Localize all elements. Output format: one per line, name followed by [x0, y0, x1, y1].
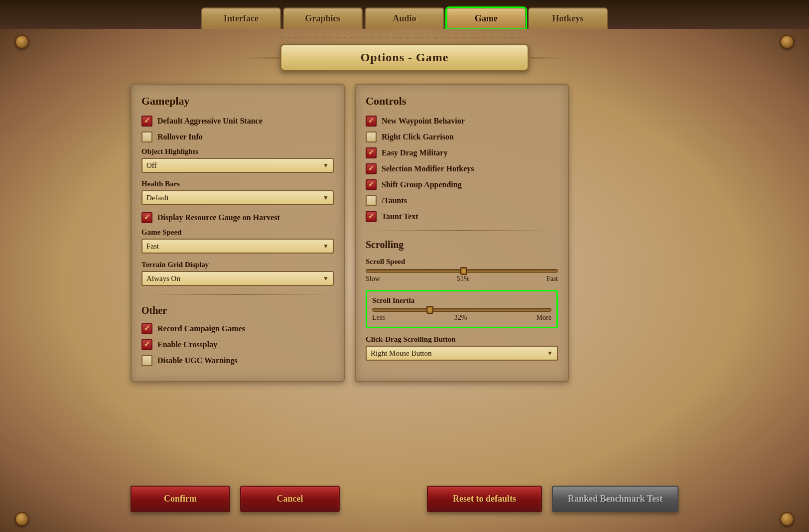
checkbox-new-waypoint-label: New Waypoint Behavior	[382, 117, 465, 126]
click-drag-value: Right Mouse Button	[371, 349, 432, 358]
confirm-button[interactable]: Confirm	[131, 486, 230, 512]
game-speed-arrow: ▼	[323, 243, 329, 250]
checkbox-rollover-info-box[interactable]	[141, 132, 152, 142]
terrain-grid-value: Always On	[146, 274, 180, 283]
checkbox-right-click-garrison-box[interactable]	[366, 132, 377, 142]
terrain-grid-arrow: ▼	[323, 275, 329, 282]
checkbox-taunt-text-label: Taunt Text	[382, 212, 418, 221]
scroll-speed-max: Fast	[546, 275, 558, 283]
game-speed-select[interactable]: Fast ▼	[141, 239, 334, 254]
tab-hotkeys[interactable]: Hotkeys	[528, 7, 608, 29]
scroll-speed-container: Scroll Speed Slow 51% Fast	[366, 258, 558, 283]
rivet-bl	[15, 512, 29, 526]
click-drag-dropdown: Click-Drag Scrolling Button Right Mouse …	[366, 335, 558, 361]
scroll-inertia-min: Less	[372, 314, 385, 322]
controls-separator	[366, 230, 558, 231]
object-highlights-select[interactable]: Off ▼	[141, 158, 334, 173]
checkbox-taunts-label: /Taunts	[382, 196, 407, 205]
rivet-tl	[15, 35, 29, 49]
scroll-speed-percent: 51%	[457, 275, 470, 283]
scroll-speed-label: Scroll Speed	[366, 258, 558, 266]
health-bars-label: Health Bars	[141, 180, 334, 188]
checkbox-selection-modifier-box[interactable]	[366, 163, 377, 174]
checkbox-new-waypoint[interactable]: New Waypoint Behavior	[366, 116, 558, 127]
health-bars-value: Default	[146, 194, 169, 202]
checkbox-disable-ugc-label: Disable UGC Warnings	[157, 356, 238, 365]
checkbox-taunts-box[interactable]	[366, 195, 377, 206]
scroll-inertia-max: More	[537, 314, 551, 322]
tab-graphics[interactable]: Graphics	[283, 7, 363, 29]
scroll-inertia-percent: 32%	[454, 314, 467, 322]
object-highlights-dropdown: Object Highlights Off ▼	[141, 147, 334, 173]
cancel-button[interactable]: Cancel	[240, 486, 340, 512]
benchmark-button: Ranked Benchmark Test	[552, 486, 678, 512]
title-banner: Options - Game	[280, 44, 529, 71]
checkbox-display-resource-box[interactable]	[141, 212, 152, 223]
bottom-buttons-right: Reset to defaults Ranked Benchmark Test	[427, 486, 678, 512]
checkbox-taunt-text-box[interactable]	[366, 211, 377, 222]
scroll-inertia-label: Scroll Inertia	[372, 296, 551, 305]
bottom-buttons-left: Confirm Cancel	[131, 486, 340, 512]
checkbox-shift-group-label: Shift Group Appending	[382, 180, 462, 189]
scroll-inertia-section: Scroll Inertia Less 32% More	[366, 290, 558, 328]
checkbox-right-click-garrison[interactable]: Right Click Garrison	[366, 132, 558, 142]
tab-game[interactable]: Game	[446, 7, 526, 29]
click-drag-arrow: ▼	[547, 350, 553, 357]
object-highlights-value: Off	[146, 161, 157, 170]
game-speed-dropdown: Game Speed Fast ▼	[141, 228, 334, 254]
panels-container: Gameplay Default Aggressive Unit Stance …	[131, 84, 678, 382]
gameplay-separator	[141, 294, 334, 295]
terrain-grid-dropdown: Terrain Grid Display Always On ▼	[141, 261, 334, 286]
checkbox-default-aggressive[interactable]: Default Aggressive Unit Stance	[141, 116, 334, 127]
checkbox-display-resource[interactable]: Display Resource Gauge on Harvest	[141, 212, 334, 223]
scroll-speed-labels: Slow 51% Fast	[366, 275, 558, 283]
health-bars-select[interactable]: Default ▼	[141, 190, 334, 205]
scroll-inertia-labels: Less 32% More	[372, 314, 551, 322]
terrain-grid-select[interactable]: Always On ▼	[141, 271, 334, 286]
object-highlights-arrow: ▼	[323, 162, 329, 169]
scroll-speed-thumb[interactable]	[460, 267, 467, 275]
checkbox-shift-group-box[interactable]	[366, 179, 377, 190]
checkbox-easy-drag-military[interactable]: Easy Drag Military	[366, 147, 558, 158]
checkbox-easy-drag-military-label: Easy Drag Military	[382, 148, 447, 157]
checkbox-enable-crossplay-label: Enable Crossplay	[157, 340, 217, 349]
checkbox-right-click-garrison-label: Right Click Garrison	[382, 133, 454, 141]
health-bars-dropdown: Health Bars Default ▼	[141, 180, 334, 205]
checkbox-rollover-info[interactable]: Rollover Info	[141, 132, 334, 142]
scroll-inertia-thumb[interactable]	[426, 306, 433, 314]
checkbox-taunt-text[interactable]: Taunt Text	[366, 211, 558, 222]
checkbox-easy-drag-military-box[interactable]	[366, 147, 377, 158]
checkbox-default-aggressive-box[interactable]	[141, 116, 152, 127]
checkbox-selection-modifier[interactable]: Selection Modifier Hotkeys	[366, 163, 558, 174]
controls-panel: Controls New Waypoint Behavior Right Cli…	[355, 84, 569, 382]
main-content: Options - Game ～～～～～～～～～～～～～～～～～～～～～～～～～…	[0, 29, 809, 532]
click-drag-select[interactable]: Right Mouse Button ▼	[366, 346, 558, 361]
scroll-speed-track[interactable]	[366, 269, 558, 273]
checkbox-shift-group[interactable]: Shift Group Appending	[366, 179, 558, 190]
checkbox-enable-crossplay-box[interactable]	[141, 339, 152, 350]
checkbox-new-waypoint-box[interactable]	[366, 116, 377, 127]
reset-button[interactable]: Reset to defaults	[427, 486, 542, 512]
gameplay-panel: Gameplay Default Aggressive Unit Stance …	[131, 84, 345, 382]
checkbox-record-campaign[interactable]: Record Campaign Games	[141, 323, 334, 334]
terrain-grid-label: Terrain Grid Display	[141, 261, 334, 269]
title-flourish: ～～～～～～～～～～～～～～～～～～～～～～～～～～～～～～～～～～～～	[255, 31, 554, 44]
game-speed-label: Game Speed	[141, 228, 334, 237]
gameplay-section-title: Gameplay	[141, 95, 334, 108]
scroll-speed-min: Slow	[366, 275, 380, 283]
checkbox-disable-ugc[interactable]: Disable UGC Warnings	[141, 355, 334, 366]
rivet-br	[780, 512, 794, 526]
tab-audio[interactable]: Audio	[365, 7, 444, 29]
health-bars-arrow: ▼	[323, 194, 329, 202]
tab-interface[interactable]: Interface	[201, 7, 281, 29]
checkbox-record-campaign-box[interactable]	[141, 323, 152, 334]
object-highlights-label: Object Highlights	[141, 147, 334, 156]
other-section-title: Other	[141, 305, 334, 316]
game-speed-value: Fast	[146, 242, 159, 251]
bottom-buttons: Confirm Cancel Reset to defaults Ranked …	[131, 486, 678, 512]
scroll-inertia-track[interactable]	[372, 308, 551, 312]
checkbox-enable-crossplay[interactable]: Enable Crossplay	[141, 339, 334, 350]
checkbox-disable-ugc-box[interactable]	[141, 355, 152, 366]
click-drag-label: Click-Drag Scrolling Button	[366, 335, 558, 344]
checkbox-taunts[interactable]: /Taunts	[366, 195, 558, 206]
